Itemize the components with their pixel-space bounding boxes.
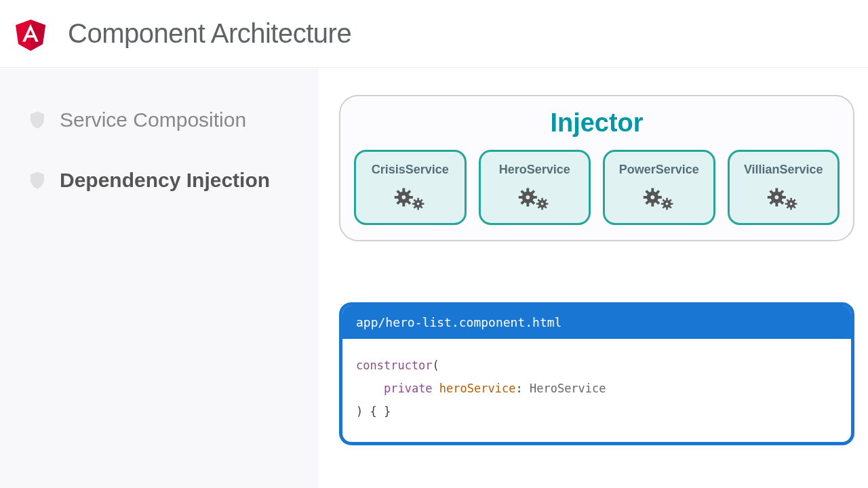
code-token-identifier: heroService [439, 382, 516, 395]
service-card-crisis: CrisisService [354, 150, 467, 225]
angular-logo-icon [14, 16, 47, 52]
code-token-close: ) { } [356, 405, 391, 418]
gears-icon [764, 184, 803, 214]
sidebar-item-label: Service Composition [60, 108, 246, 131]
main-content: Injector CrisisService HeroService Power… [319, 68, 868, 488]
header: Component Architecture [0, 0, 868, 68]
service-card-villian: VillianService [728, 150, 840, 225]
service-name: HeroService [499, 163, 570, 177]
shield-icon [27, 108, 47, 131]
services-row: CrisisService HeroService PowerService V… [354, 150, 840, 225]
service-card-hero: HeroService [479, 150, 591, 225]
service-card-power: PowerService [603, 150, 715, 225]
code-token-private: private [384, 382, 433, 395]
body: Service Composition Dependency Injection… [0, 68, 868, 488]
gears-icon [515, 184, 554, 214]
sidebar-item-dependency-injection[interactable]: Dependency Injection [27, 169, 292, 192]
service-name: VillianService [744, 163, 823, 177]
page-title: Component Architecture [68, 18, 351, 49]
code-token-type: HeroService [530, 382, 606, 395]
gears-icon [391, 184, 430, 214]
code-filename: app/hero-list.component.html [342, 306, 851, 339]
sidebar-item-label: Dependency Injection [60, 169, 270, 192]
injector-title: Injector [354, 108, 840, 138]
code-body: constructor( private heroService: HeroSe… [342, 339, 851, 442]
injector-panel: Injector CrisisService HeroService Power… [339, 95, 854, 241]
sidebar: Service Composition Dependency Injection [0, 68, 319, 488]
code-token-paren-open: ( [433, 359, 439, 372]
gears-icon [639, 184, 679, 214]
code-token-constructor: constructor [356, 359, 433, 372]
code-token-colon: : [515, 382, 522, 395]
sidebar-item-service-composition[interactable]: Service Composition [27, 108, 292, 131]
code-panel: app/hero-list.component.html constructor… [339, 302, 854, 445]
service-name: PowerService [619, 163, 699, 177]
service-name: CrisisService [372, 163, 449, 177]
shield-icon [27, 169, 47, 192]
